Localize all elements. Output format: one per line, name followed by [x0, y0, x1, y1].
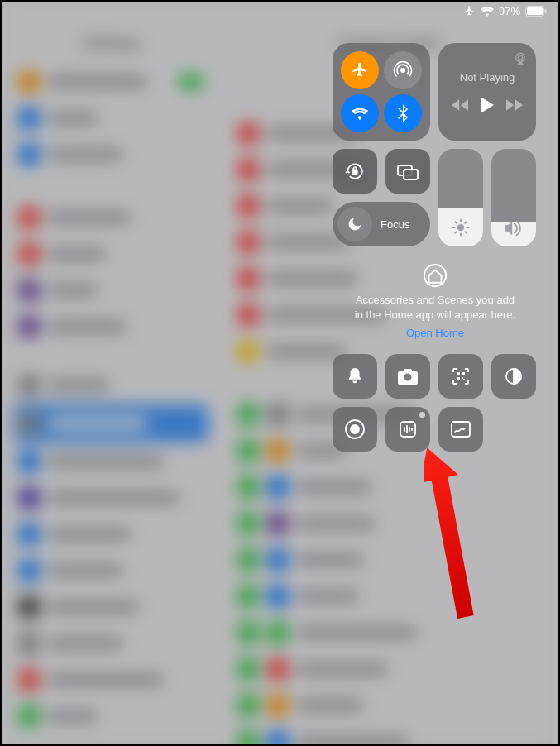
rewind-icon[interactable]	[452, 99, 468, 111]
bluetooth-icon	[397, 104, 409, 122]
forward-icon[interactable]	[506, 99, 523, 111]
airdrop-toggle[interactable]	[384, 51, 422, 89]
orientation-lock-icon	[344, 160, 366, 182]
qr-code-icon	[451, 366, 471, 386]
airplane-mode-toggle[interactable]	[341, 51, 379, 89]
airplane-icon	[351, 61, 369, 79]
camera-button[interactable]	[385, 354, 430, 399]
svg-point-3	[401, 69, 404, 72]
svg-point-27	[351, 425, 359, 433]
freeform-quick-note-button[interactable]	[438, 407, 483, 452]
brightness-slider[interactable]	[438, 149, 483, 246]
wifi-icon	[351, 106, 369, 121]
controls-grid	[333, 354, 538, 452]
camera-icon	[397, 367, 419, 385]
focus-button[interactable]: Focus	[333, 202, 430, 246]
silent-mode-button[interactable]	[333, 354, 377, 399]
orientation-lock-button[interactable]	[333, 149, 377, 194]
wifi-toggle[interactable]	[341, 94, 379, 132]
connectivity-module[interactable]	[333, 43, 430, 141]
focus-label: Focus	[381, 218, 409, 231]
bluetooth-toggle[interactable]	[384, 94, 422, 132]
svg-point-9	[457, 224, 464, 231]
home-icon	[423, 263, 448, 288]
svg-rect-20	[457, 372, 460, 375]
control-center: Not Playing Focus	[333, 43, 538, 452]
home-text-line2: in the Home app will appear here.	[336, 308, 534, 323]
svg-line-14	[455, 222, 457, 223]
svg-rect-1	[527, 7, 543, 15]
screen-mirroring-button[interactable]	[385, 149, 430, 194]
status-bar: 97%	[463, 5, 547, 17]
svg-line-15	[465, 232, 467, 233]
record-icon	[344, 418, 366, 440]
svg-rect-23	[462, 377, 463, 379]
media-title: Not Playing	[460, 71, 515, 84]
svg-point-19	[404, 374, 412, 381]
freeform-icon	[450, 420, 471, 438]
voice-memo-icon	[398, 419, 418, 439]
wifi-icon	[481, 7, 494, 17]
home-text-line1: Accessories and Scenes you add	[336, 293, 534, 308]
moon-icon	[347, 216, 363, 232]
dark-mode-icon	[504, 366, 524, 386]
airplane-mode-icon	[463, 5, 476, 17]
screen-recording-button[interactable]	[333, 407, 377, 452]
volume-slider[interactable]	[491, 149, 536, 246]
svg-rect-8	[404, 170, 418, 179]
battery-percent-text: 97%	[499, 5, 520, 17]
svg-line-16	[455, 232, 457, 233]
battery-icon	[525, 6, 547, 17]
svg-rect-28	[400, 422, 415, 437]
screen-mirroring-icon	[397, 162, 419, 180]
now-playing-module[interactable]: Not Playing	[438, 43, 536, 141]
bell-icon	[346, 366, 364, 386]
play-icon[interactable]	[480, 97, 495, 113]
open-home-link[interactable]: Open Home	[336, 327, 534, 339]
svg-rect-2	[545, 9, 547, 13]
airplay-icon	[513, 51, 528, 66]
volume-icon	[504, 220, 524, 237]
svg-rect-22	[457, 377, 460, 380]
svg-line-17	[465, 222, 467, 223]
svg-rect-6	[352, 170, 357, 174]
brightness-icon	[452, 218, 470, 237]
svg-point-5	[518, 55, 522, 60]
svg-rect-24	[463, 379, 465, 380]
svg-rect-21	[462, 372, 465, 375]
airdrop-icon	[393, 60, 413, 80]
qr-code-scanner-button[interactable]	[438, 354, 483, 399]
voice-memos-button[interactable]	[385, 407, 430, 452]
dark-mode-button[interactable]	[491, 354, 536, 399]
home-section: Accessories and Scenes you add in the Ho…	[333, 255, 538, 346]
badge-dot	[419, 412, 425, 418]
